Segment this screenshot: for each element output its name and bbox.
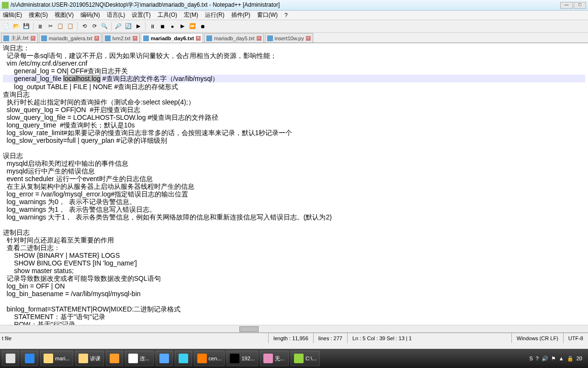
editor-line[interactable]: 询日志：: [3, 44, 585, 52]
editor-line[interactable]: [3, 221, 585, 229]
taskbar-button[interactable]: 无...: [260, 351, 289, 366]
toolbar-button[interactable]: 🗎: [36, 22, 45, 31]
close-tab-icon[interactable]: ×: [257, 36, 261, 41]
editor-line[interactable]: log_output TABLE | FILE | NONE #查询日志的存储形…: [3, 83, 585, 91]
menu-item[interactable]: 语言(L): [107, 11, 125, 19]
toolbar-button[interactable]: 🔎: [114, 22, 123, 31]
tray-icon[interactable]: ?: [536, 356, 539, 361]
document-tab[interactable]: mariadb_day5.txt×: [204, 33, 263, 43]
editor-line[interactable]: mysqld启动和关闭过程中输出的事件信息: [3, 160, 585, 167]
close-tab-icon[interactable]: ×: [133, 36, 137, 41]
taskbar-button[interactable]: [21, 351, 38, 366]
editor-line[interactable]: log_slow_verbosity=full | query_plan #记录…: [3, 137, 585, 144]
editor-line[interactable]: SHOW BINLOG EVENTS [IN 'log_name']: [3, 259, 585, 267]
toolbar-button[interactable]: 🔍: [100, 22, 109, 31]
toolbar-button[interactable]: 📋: [66, 22, 75, 31]
taskbar-button[interactable]: C:\...: [291, 351, 320, 366]
tray-icon[interactable]: S: [529, 356, 532, 361]
editor-line[interactable]: 针对时间点还原起着至关重要的作用: [3, 236, 585, 244]
toolbar-button[interactable]: ⟳: [90, 22, 99, 31]
scrollbar-thumb[interactable]: [239, 326, 259, 332]
maximize-button[interactable]: □: [574, 2, 586, 9]
close-tab-icon[interactable]: ×: [306, 36, 311, 41]
editor-line[interactable]: slow_query_log = OFF|ON #开启慢查询日志: [3, 106, 585, 114]
menu-item[interactable]: 编码(N): [80, 11, 100, 19]
editor-line[interactable]: log_warnings 为0， 表示不记录告警信息。: [3, 198, 585, 206]
editor-line[interactable]: ROW：基于"行"记录: [3, 321, 585, 325]
tray-icon[interactable]: 🔊: [542, 356, 548, 362]
editor-line[interactable]: mysqld运行中产生的错误信息: [3, 167, 585, 175]
tray-icon[interactable]: ▲: [559, 356, 564, 361]
menu-item[interactable]: 工具(O): [158, 11, 177, 19]
menu-item[interactable]: 窗口(W): [257, 11, 278, 19]
editor-line[interactable]: 在主从复制架构中的从服务器上启动从服务器线程时产生的信息: [3, 183, 585, 190]
editor-line[interactable]: 记录每一条sql语句，建议不开启，因为如果访问量较大，会占用相当大的资源，影响性…: [3, 52, 585, 59]
editor-line[interactable]: vim /etc/my.cnf.d/server.cnf: [3, 59, 585, 67]
editor-line[interactable]: 记录导致数据改变或者可能导致数据改变的SQL语句: [3, 275, 585, 282]
taskbar-button[interactable]: 连...: [125, 351, 154, 366]
editor-line[interactable]: 查询日志: [3, 91, 585, 98]
document-tab[interactable]: mariadb_day6.txt×: [141, 33, 203, 43]
editor-line[interactable]: 误日志: [3, 152, 585, 160]
menu-item[interactable]: 视图(V): [55, 11, 74, 19]
editor-line[interactable]: show master status;: [3, 267, 585, 275]
toolbar-button[interactable]: ●: [168, 22, 177, 31]
horizontal-scrollbar[interactable]: [0, 325, 588, 333]
menu-item[interactable]: 搜索(S): [29, 11, 48, 19]
toolbar-button[interactable]: ⟲: [80, 22, 89, 31]
document-tab[interactable]: 主从.txt×: [1, 33, 38, 43]
editor-line[interactable]: log_error = /var/log/mysql_error.log#指定错…: [3, 190, 585, 198]
editor-line[interactable]: event scheduler 运行一个event时产生的日志信息: [3, 175, 585, 183]
editor-line[interactable]: log_bin_basename = /var/lib/mysql/mysql-…: [3, 290, 585, 298]
taskbar-button[interactable]: cen...: [194, 351, 225, 366]
taskbar-button[interactable]: [2, 351, 19, 366]
toolbar-button[interactable]: 💾: [22, 22, 31, 31]
editor-line[interactable]: [3, 144, 585, 152]
menu-item[interactable]: ?: [284, 12, 288, 19]
editor-line[interactable]: log_bin = OFF | ON: [3, 282, 585, 290]
editor-line[interactable]: log_slow_rate_limit#如果要记录的慢查询日志非常多的话，会按照…: [3, 129, 585, 137]
editor-line[interactable]: slow_query_log_file = LOCALHOST-SLOW.log…: [3, 114, 585, 121]
taskbar-button[interactable]: mari...: [40, 351, 73, 366]
toolbar-button[interactable]: 📄: [2, 22, 11, 31]
toolbar-button[interactable]: ▶: [134, 22, 143, 31]
close-tab-icon[interactable]: ×: [196, 36, 201, 41]
close-tab-icon[interactable]: ×: [94, 36, 99, 41]
tray-icon[interactable]: 🔒: [567, 356, 574, 362]
document-tab[interactable]: insert10w.py×: [265, 33, 313, 43]
menu-item[interactable]: 运行(R): [205, 11, 225, 19]
toolbar-button[interactable]: ⏺: [198, 22, 207, 31]
menu-item[interactable]: 宏(M): [184, 11, 198, 19]
taskbar-button[interactable]: [156, 351, 173, 366]
toolbar-button[interactable]: ⏩: [188, 22, 197, 31]
tray-icon[interactable]: 20: [577, 356, 582, 361]
close-tab-icon[interactable]: ×: [31, 36, 35, 41]
editor-line[interactable]: log_warnings 大于1， 表示各类告警信息，例如有关网络故障的信息和重…: [3, 213, 585, 221]
minimize-button[interactable]: —: [560, 2, 573, 9]
toolbar-button[interactable]: 📋: [56, 22, 65, 31]
taskbar-button[interactable]: 讲课: [75, 351, 104, 366]
toolbar-button[interactable]: ▶: [178, 22, 187, 31]
taskbar-button[interactable]: [175, 351, 192, 366]
editor-line[interactable]: long_query_time #慢查询时长；默认是10s: [3, 121, 585, 129]
menu-item[interactable]: 设置(T): [132, 11, 150, 19]
editor-line[interactable]: STATEMENT：基于"语句"记录: [3, 313, 585, 321]
toolbar-button[interactable]: ✂: [46, 22, 55, 31]
editor-line[interactable]: binlog_format=STATEMENT|ROW|MIXED:二进制记录格…: [3, 305, 585, 313]
text-editor[interactable]: 询日志： 记录每一条sql语句，建议不开启，因为如果访问量较大，会占用相当大的资…: [0, 43, 588, 325]
editor-line[interactable]: SHOW {BINARY | MASTER} LOGS: [3, 252, 585, 259]
toolbar-button[interactable]: 🔄: [124, 22, 133, 31]
editor-line[interactable]: general_log = ON| OFF#查询日志开关: [3, 67, 585, 75]
editor-line[interactable]: log_warnings 为1， 表示告警信息写入错误日志。: [3, 206, 585, 213]
document-tab[interactable]: mariadb_galera.txt×: [39, 33, 102, 43]
editor-line[interactable]: [3, 298, 585, 305]
document-tab[interactable]: lvm2.txt×: [102, 33, 140, 43]
editor-line[interactable]: 执行时长超出指定时间的查询操作（测试命令:select sleep(4);）: [3, 98, 585, 106]
menu-item[interactable]: 插件(P): [231, 11, 250, 19]
tray-icon[interactable]: ⚑: [551, 356, 556, 362]
editor-line[interactable]: 进制日志: [3, 229, 585, 236]
menu-item[interactable]: 编辑(E): [3, 11, 22, 19]
taskbar-button[interactable]: 192...: [226, 351, 258, 366]
toolbar-button[interactable]: ⏸: [148, 22, 157, 31]
toolbar-button[interactable]: 📂: [12, 22, 21, 31]
